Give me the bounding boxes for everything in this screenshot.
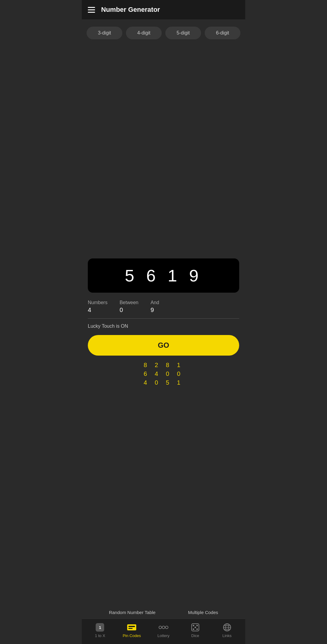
between-value: 0	[120, 307, 138, 314]
nav-item-dice[interactable]: Dice	[179, 623, 211, 638]
go-button[interactable]: GO	[88, 335, 239, 356]
stat-between: Between 0	[120, 300, 138, 314]
lucky-touch-status: Lucky Touch is ON	[88, 324, 239, 329]
pin-codes-nav-icon	[127, 623, 137, 632]
nav-item-links[interactable]: Links	[211, 623, 243, 638]
svg-point-3	[159, 626, 162, 629]
lottery-nav-icon	[159, 623, 168, 632]
nav-label-pincodes: Pin Codes	[123, 633, 141, 638]
svg-point-11	[193, 629, 194, 630]
header: Number Generator	[82, 0, 245, 19]
between-label: Between	[120, 300, 138, 305]
nav-label-links: Links	[222, 633, 231, 638]
nav-item-lottery[interactable]: Lottery	[148, 623, 180, 638]
menu-icon[interactable]	[88, 7, 95, 13]
3digit-button[interactable]: 3-digit	[87, 27, 122, 39]
generated-number: 5 6 1 9	[125, 266, 202, 285]
main-content: 5 6 1 9 Numbers 4 Between 0 And 9 Lucky …	[82, 45, 245, 619]
bottom-nav: 1 1 to X Pin Codes Lottery	[82, 619, 245, 644]
svg-point-5	[165, 626, 168, 629]
svg-point-9	[193, 625, 194, 626]
and-value: 9	[150, 307, 159, 314]
svg-point-13	[194, 627, 196, 628]
nav-label-dice: Dice	[191, 633, 199, 638]
6digit-button[interactable]: 6-digit	[205, 27, 240, 39]
and-label: And	[150, 300, 159, 305]
svg-point-4	[162, 626, 165, 629]
multiple-codes-link[interactable]: Multiple Codes	[188, 610, 218, 615]
links-nav-icon	[222, 623, 232, 632]
history-row-2: 6 4 0 0	[144, 370, 183, 377]
svg-point-10	[196, 625, 198, 626]
history-numbers: 8 2 8 1 6 4 0 0 4 0 5 1	[88, 362, 239, 386]
lottery-icon	[159, 624, 168, 630]
number-display: 5 6 1 9	[88, 258, 239, 293]
pin-codes-icon	[127, 624, 137, 631]
stat-numbers: Numbers 4	[88, 300, 107, 314]
stat-and: And 9	[150, 300, 159, 314]
nav-label-1tox: 1 to X	[95, 633, 105, 638]
divider	[88, 318, 239, 319]
globe-icon	[223, 623, 232, 632]
dice-icon	[191, 623, 200, 632]
random-number-table-link[interactable]: Random Number Table	[109, 610, 156, 615]
one-icon: 1	[96, 623, 104, 632]
dice-nav-icon	[190, 623, 200, 632]
one-to-x-nav-icon: 1	[95, 623, 105, 632]
history-row-3: 4 0 5 1	[144, 379, 183, 386]
svg-rect-0	[127, 624, 136, 630]
numbers-label: Numbers	[88, 300, 107, 305]
nav-label-lottery: Lottery	[157, 633, 170, 638]
numbers-value: 4	[88, 307, 107, 314]
svg-rect-1	[128, 626, 135, 627]
page-title: Number Generator	[101, 6, 160, 14]
digit-selector: 3-digit 4-digit 5-digit 6-digit	[82, 19, 245, 45]
stats-row: Numbers 4 Between 0 And 9	[88, 300, 239, 314]
bottom-spacer	[88, 391, 239, 604]
5digit-button[interactable]: 5-digit	[165, 27, 201, 39]
top-spacer	[88, 45, 239, 258]
bottom-links: Random Number Table Multiple Codes	[88, 604, 239, 619]
nav-item-1tox[interactable]: 1 1 to X	[84, 623, 116, 638]
nav-item-pincodes[interactable]: Pin Codes	[116, 623, 148, 638]
history-row-1: 8 2 8 1	[144, 362, 183, 369]
svg-rect-2	[128, 628, 133, 629]
svg-point-12	[196, 629, 198, 630]
4digit-button[interactable]: 4-digit	[126, 27, 162, 39]
